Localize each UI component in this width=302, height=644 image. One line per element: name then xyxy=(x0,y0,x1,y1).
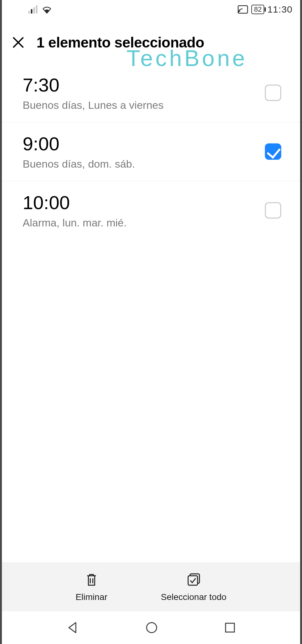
alarm-row[interactable]: 9:00 Buenos días, dom. sáb. xyxy=(2,122,300,181)
delete-button[interactable]: Eliminar xyxy=(76,571,107,602)
svg-rect-8 xyxy=(226,623,234,632)
svg-rect-0 xyxy=(238,6,248,13)
alarm-subtitle: Alarma, lun. mar. mié. xyxy=(23,217,265,229)
close-icon[interactable] xyxy=(11,35,26,50)
svg-point-7 xyxy=(147,623,157,633)
phone-frame: 82 11:30 1 elemento seleccionado TechBon… xyxy=(0,0,302,644)
alarm-row[interactable]: 10:00 Alarma, lun. mar. mié. xyxy=(2,181,300,240)
alarm-list: 7:30 Buenos días, Lunes a viernes 9:00 B… xyxy=(2,64,300,562)
select-all-button[interactable]: Seleccionar todo xyxy=(161,571,226,602)
cast-icon xyxy=(238,5,248,14)
alarm-checkbox[interactable] xyxy=(265,202,281,219)
status-clock: 11:30 xyxy=(267,4,293,15)
action-label: Seleccionar todo xyxy=(161,592,226,602)
battery-icon: 82 xyxy=(251,5,264,14)
alarm-subtitle: Buenos días, dom. sáb. xyxy=(23,158,265,170)
action-label: Eliminar xyxy=(76,592,107,602)
alarm-time: 10:00 xyxy=(23,192,265,214)
page-title: 1 elemento seleccionado xyxy=(36,34,204,51)
alarm-checkbox[interactable] xyxy=(265,143,281,160)
selection-header: 1 elemento seleccionado TechBone xyxy=(2,19,300,64)
alarm-subtitle: Buenos días, Lunes a viernes xyxy=(23,99,265,111)
alarm-row[interactable]: 7:30 Buenos días, Lunes a viernes xyxy=(2,64,300,122)
system-nav-bar xyxy=(2,611,300,644)
bottom-action-bar: Eliminar Seleccionar todo xyxy=(2,562,300,611)
alarm-checkbox[interactable] xyxy=(265,85,281,101)
cellular-signal-icon xyxy=(28,5,37,14)
recent-apps-button[interactable] xyxy=(224,621,236,634)
status-bar: 82 11:30 xyxy=(2,0,300,19)
select-all-icon xyxy=(186,571,202,589)
back-button[interactable] xyxy=(66,621,80,635)
svg-rect-6 xyxy=(188,576,198,585)
alarm-time: 9:00 xyxy=(23,133,265,155)
alarm-time: 7:30 xyxy=(23,74,265,96)
home-button[interactable] xyxy=(145,621,159,635)
wifi-icon xyxy=(42,5,52,14)
battery-level: 82 xyxy=(254,5,261,13)
trash-icon xyxy=(83,571,100,589)
